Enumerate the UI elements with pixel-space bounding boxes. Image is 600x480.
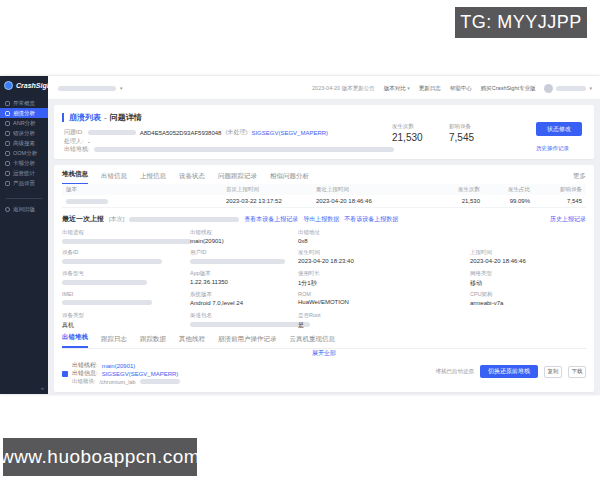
breadcrumb-parent[interactable]: 崩溃列表 <box>69 112 101 123</box>
sidebar-item-oom-analysis[interactable]: OOM分析 <box>0 148 48 158</box>
issue-type-link[interactable]: SIGSEGV(SEGV_MAPERR) <box>251 130 328 136</box>
field-label: 出错地址 <box>298 229 320 236</box>
sidebar-item-crash-analysis[interactable]: 崩溃分析 <box>0 108 48 118</box>
field-channel-package: 渠道包名 <box>190 312 310 327</box>
field-device-id: 设备ID <box>62 249 162 264</box>
sidebar: CrashSight 异常概览 崩溃分析 ANR分析 错误分析 高级搜索 <box>0 76 48 394</box>
expand-all-link[interactable]: 展开全部 <box>54 349 594 358</box>
sidebar-item-advanced-search[interactable]: 高级搜索 <box>0 138 48 148</box>
copy-button[interactable]: 复制 <box>544 366 562 378</box>
tab-user-actions[interactable]: 崩溃前用户操作记录 <box>218 335 277 348</box>
toggle-restore-button[interactable]: 切换还原前堆栈 <box>480 365 538 378</box>
page-title: 问题详情 <box>110 112 142 123</box>
nav-item-label: 版本对比 <box>384 85 406 91</box>
redacted-value <box>62 280 147 285</box>
issue-stack-line: 出错堆栈: <box>64 145 394 154</box>
stat-occur-label: 发生次数 <box>392 123 423 130</box>
field-occur-time: 发生时间 2023-04-20 18:23:40 <box>298 249 354 264</box>
sidebar-collapse-icon[interactable]: « <box>41 385 44 391</box>
breadcrumb-separator: - <box>104 113 107 122</box>
field-report-time: 上报时间 2023-04-20 18:46:46 <box>470 249 526 264</box>
redacted-stack-summary <box>94 147 394 152</box>
overview-icon <box>5 101 10 106</box>
field-label: 网络类型 <box>470 270 492 277</box>
field-device-model: 设备型号 <box>62 270 147 285</box>
stack-tabs: 出错堆栈 跟踪日志 跟踪数据 其他线程 崩溃前用户操作记录 云真机重现信息 <box>62 333 586 349</box>
nav-item-help-center[interactable]: 帮助中心 <box>450 85 472 92</box>
watermark-top: TG: MYYJJPP <box>455 7 587 38</box>
crashsight-logo: CrashSight <box>4 81 53 90</box>
field-label: 出错线程 <box>190 229 224 236</box>
sidebar-item-label: 高级搜索 <box>13 140 35 147</box>
nav-item-version-compare[interactable]: 版本对比 ▾ <box>384 85 410 92</box>
report-history-link[interactable]: 历史上报记录 <box>550 215 586 224</box>
log-signal-line: 出错信息: SIGSEGV(SEGV_MAPERR) <box>62 369 178 378</box>
hide-device-link[interactable]: 不看该设备上报数据 <box>344 215 398 224</box>
field-app-version: App版本 1.22.36.11350 <box>190 270 228 285</box>
history-record-link[interactable]: 历史操作记录 <box>536 145 569 152</box>
tab-stack-info[interactable]: 堆栈信息 <box>62 170 88 185</box>
top-nav-right: 2023-04-20 版本更新公告 版本对比 ▾ 更新日志 帮助中心 购买Cra… <box>312 76 592 100</box>
page: TG: MYYJJPP www.huoboappcn.com CrashSigh… <box>0 0 600 480</box>
status-change-button[interactable]: 状态修改 <box>536 122 582 136</box>
tab-trace-data[interactable]: 跟踪数据 <box>140 335 166 348</box>
col-occurrences: 发生次数 <box>432 186 484 193</box>
field-value: 2023-04-20 18:46:46 <box>470 258 526 264</box>
tab-crash-stack[interactable]: 出错堆栈 <box>62 333 88 348</box>
sidebar-item-lag-analysis[interactable]: 卡顿分析 <box>0 158 48 168</box>
sidebar-item-overview[interactable]: 异常概览 <box>0 98 48 108</box>
user-menu[interactable]: ▾ <box>544 84 592 93</box>
field-label: 上报时间 <box>470 249 526 256</box>
latest-report-tag: [本次] <box>109 215 124 224</box>
crash-icon <box>5 111 10 116</box>
tab-other-threads[interactable]: 其他线程 <box>179 335 205 348</box>
export-report-link[interactable]: 导出上报数据 <box>303 215 339 224</box>
nav-item-buy-pro[interactable]: 购买CrashSight专业版 <box>481 85 536 92</box>
cell-devices: 7,545 <box>534 198 586 204</box>
avatar <box>544 84 553 93</box>
log-signal-value[interactable]: SIGSEGV(SEGV_MAPERR) <box>102 371 179 377</box>
log-signal-label: 出错信息: <box>72 369 98 378</box>
issue-id-line: 问题ID: A8D4E5A5052D93AF5938048 (未处理) SIGS… <box>64 128 328 137</box>
redacted-module-path <box>140 379 180 384</box>
redacted-project-name <box>58 86 116 91</box>
field-label: 发生时间 <box>298 249 354 256</box>
sidebar-item-back-to-old[interactable]: 返回旧版 <box>0 204 48 214</box>
field-network-type: 网络类型 移动 <box>470 270 492 288</box>
col-devices: 影响设备 <box>534 186 586 193</box>
nav-item-changelog[interactable]: 更新日志 <box>419 85 441 92</box>
field-os-version: 系统版本 Android 7.0,level 24 <box>190 291 243 306</box>
sidebar-item-anr-analysis[interactable]: ANR分析 <box>0 118 48 128</box>
sidebar-item-product-settings[interactable]: 产品设置 <box>0 178 48 188</box>
issue-summary-card: 崩溃列表 - 问题详情 问题ID: A8D4E5A5052D93AF593804… <box>54 105 594 159</box>
sidebar-item-operation-stats[interactable]: 运营统计 <box>0 168 48 178</box>
lag-icon <box>5 161 10 166</box>
cell-first-report: 2023-03-22 13:17:52 <box>222 198 312 204</box>
download-button[interactable]: 下载 <box>568 366 586 378</box>
sidebar-item-label: 错误分析 <box>13 130 35 137</box>
project-selector[interactable]: ▾ <box>58 85 123 91</box>
nav-notice[interactable]: 2023-04-20 版本更新公告 <box>312 85 375 92</box>
sidebar-item-error-analysis[interactable]: 错误分析 <box>0 128 48 138</box>
sidebar-divider <box>6 198 42 199</box>
issue-hash: A8D4E5A5052D93AF5938048 <box>140 130 222 136</box>
log-module-line: 出错模块: /chromium_lab <box>72 378 180 385</box>
field-value: 移动 <box>470 279 492 288</box>
table-row[interactable]: 2023-03-22 13:17:52 2023-04-20 18:46:46 … <box>62 195 586 208</box>
stat-occurrences: 发生次数 21,530 <box>392 123 423 143</box>
stat-device-value: 7,545 <box>449 132 474 143</box>
redacted-value <box>62 239 192 244</box>
field-label: 是否Root <box>298 312 321 319</box>
issue-state: (未处理) <box>225 128 247 137</box>
field-label: 用户ID <box>190 249 285 256</box>
breadcrumb: 崩溃列表 - 问题详情 <box>62 112 142 123</box>
tab-trace-log[interactable]: 跟踪日志 <box>101 335 127 348</box>
log-module-label: 出错模块: <box>72 378 96 385</box>
crashsight-app: CrashSight 异常概览 崩溃分析 ANR分析 错误分析 高级搜索 <box>0 76 600 394</box>
chevron-down-icon: ▾ <box>120 85 123 91</box>
view-device-reports-link[interactable]: 查看本设备上报记录 <box>244 215 298 224</box>
chevron-down-icon: ▾ <box>589 85 592 91</box>
tab-cloud-replay[interactable]: 云真机重现信息 <box>290 335 336 348</box>
log-thread-value[interactable]: main(20901) <box>102 363 136 369</box>
stat-devices: 影响设备 7,545 <box>449 123 474 143</box>
